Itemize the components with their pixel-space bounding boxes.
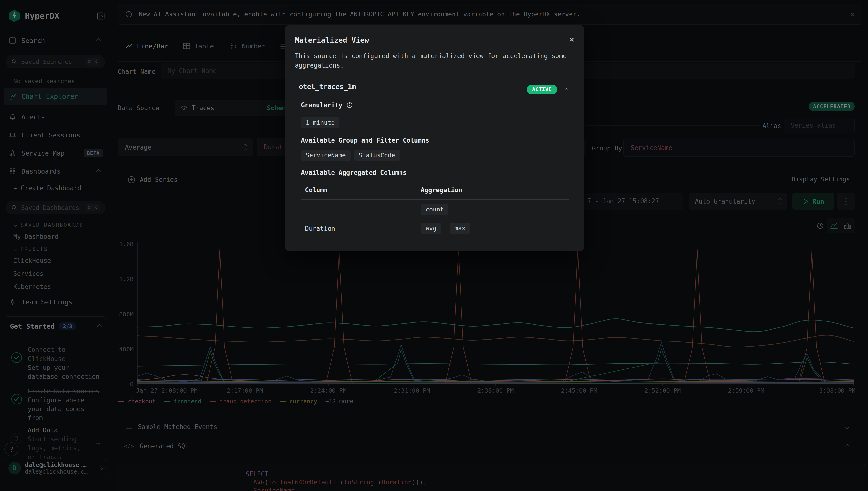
active-badge: ACTIVE	[527, 85, 557, 94]
table-aggregation-header: Aggregation	[421, 186, 462, 194]
granularity-label: Granularity	[301, 102, 342, 109]
view-name: otel_traces_1m	[299, 83, 356, 91]
collapse-view-chevron[interactable]	[564, 88, 569, 92]
group-filter-label: Available Group and Filter Columns	[301, 137, 429, 144]
group-filter-chip: StatusCode	[354, 149, 400, 161]
aggregation-chip: avg	[421, 223, 441, 234]
granularity-chip: 1 minute	[301, 117, 339, 128]
modal-close-icon[interactable]: ×	[569, 34, 575, 45]
group-filter-chip: ServiceName	[301, 149, 351, 161]
aggregation-chip: max	[450, 223, 470, 234]
aggregation-chip: count	[421, 204, 448, 215]
info-icon	[346, 102, 353, 109]
table-row-column: Duration	[305, 225, 335, 232]
materialized-view-modal: Materialized View × This source is confi…	[285, 25, 584, 251]
granularity-row: Granularity	[301, 102, 353, 109]
app-root: HyperDX Search Saved Searches ⌘ K No sav…	[0, 0, 868, 491]
aggregated-label: Available Aggregated Columns	[301, 169, 407, 176]
modal-title: Materialized View	[295, 36, 369, 45]
modal-description: This source is configured with a materia…	[295, 51, 576, 70]
table-column-header: Column	[305, 186, 328, 194]
